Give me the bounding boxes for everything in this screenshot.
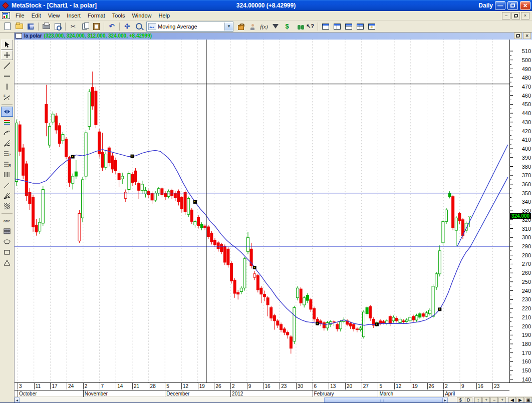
window-titlebar: MetaStock - [Chart1 - la polar] 324.0000… [0,0,532,11]
scrollbar-track[interactable] [20,397,443,403]
expert-advisor-button[interactable] [247,21,258,32]
gann-grid-tool[interactable] [1,201,13,211]
price-axis[interactable]: 5105004904804704604504404304204104003903… [509,40,532,382]
system-tester-button[interactable]: $ [282,21,293,32]
save-button[interactable] [25,21,36,32]
menu-item-format[interactable]: Format [84,12,109,20]
cascade-windows-button[interactable] [320,21,331,32]
zoom-out-button[interactable]: − [490,397,498,403]
scroll-arrows-tool[interactable] [1,107,13,117]
window-mode-button[interactable]: ▣ [524,397,532,403]
menu-bar: FileEditViewInsertFormatToolsWindowHelp … [0,11,532,21]
zoom-tool-button[interactable] [133,21,144,32]
moving-average-line[interactable] [15,149,471,325]
copy-button[interactable] [79,21,90,32]
svg-text:450: 450 [522,101,531,107]
menu-item-window[interactable]: Window [128,12,155,20]
date-axis[interactable]: 3111724271421285121926291623306132027512… [15,382,532,396]
menu-item-view[interactable]: View [45,12,64,20]
trendline-icon [3,62,11,70]
svg-text:290: 290 [522,243,531,249]
menu-item-insert[interactable]: Insert [63,12,84,20]
downloader-button[interactable] [235,21,246,32]
pan-button[interactable]: + [482,397,490,403]
fibonacci-timezones-tool[interactable] [1,170,13,180]
next-chart-button[interactable]: ▶ [516,397,524,403]
week-tick-label: 23 [492,383,509,389]
zoom-in-button[interactable]: + [498,397,506,403]
chart-restore-button[interactable] [514,33,522,39]
svg-text:210: 210 [522,314,531,320]
fibonacci-fan-tool[interactable] [1,138,13,148]
arrange-icons-button[interactable] [366,21,377,32]
week-tick-label: 16 [263,383,280,389]
fibonacci-projection-tool[interactable]: P [1,149,13,159]
prev-chart-button[interactable]: ◀ [508,397,516,403]
explorer-button[interactable] [293,21,304,32]
print-button[interactable] [41,21,52,32]
fibonacci-retracement-tool[interactable]: R [1,159,13,169]
gann-line-icon [3,181,11,189]
move-tool-button[interactable]: ✣ [122,21,133,32]
text-icon: abc [3,217,11,225]
svg-text:490: 490 [522,66,531,72]
menu-item-tools[interactable]: Tools [109,12,129,20]
candlestick-plot[interactable] [15,40,509,382]
close-button[interactable]: ✕ [520,1,530,10]
rectangle-tool[interactable] [1,247,13,257]
new-button[interactable] [2,21,13,32]
pointer-tool[interactable] [1,40,13,50]
gann-fan-tool[interactable] [1,191,13,201]
dropdown-arrow-icon[interactable]: ▼ [224,23,233,31]
fit-vertical-button[interactable]: ↕ [474,397,482,403]
indicator-builder-button[interactable]: f(x) [258,21,270,32]
child-minimize-button[interactable]: – [502,12,510,20]
svg-text:170: 170 [522,349,531,355]
child-restore-button[interactable] [511,12,520,20]
quote-grid-icon [3,227,11,235]
trendline-tool[interactable] [1,61,13,71]
enhanced-system-tester-button[interactable] [270,21,281,32]
print-preview-button[interactable] [52,21,63,32]
month-label: December [165,390,230,397]
tile-vertical-button[interactable] [332,21,343,32]
tile-horizontal-button[interactable] [343,21,354,32]
crosshair-tool[interactable] [1,50,13,60]
minimize-button[interactable]: — [495,1,505,10]
horizontal-line-tool[interactable] [1,71,13,81]
menu-item-edit[interactable]: Edit [28,12,45,20]
scroll-right-button[interactable]: ▸ [443,397,448,403]
child-close-button[interactable]: × [521,12,529,20]
tile-grid-button[interactable] [355,21,366,32]
week-tick-label: 17 [50,383,67,389]
svg-text:390: 390 [522,154,531,160]
gann-line-tool[interactable] [1,180,13,190]
data-window-button[interactable]: D [465,397,472,403]
open-button[interactable] [14,21,25,32]
equidistant-channel-tool[interactable] [1,117,13,127]
cut-button[interactable]: ✂ [68,21,79,32]
line-studies[interactable] [15,40,509,382]
svg-text:300: 300 [522,234,531,240]
fibonacci-arcs-tool[interactable] [1,128,13,138]
price-scale-button[interactable]: $ [457,397,464,403]
chart-close-button[interactable]: ✕ [523,33,531,39]
menu-item-help[interactable]: Help [155,12,174,20]
undo-button[interactable]: ↶ [106,21,117,32]
week-tick-label: 11 [34,383,51,389]
menu-item-file[interactable]: File [12,12,28,20]
quote-grid-tool[interactable] [1,226,13,236]
ellipse-tool[interactable] [1,237,13,247]
triangle-tool[interactable] [1,258,13,268]
context-help-button[interactable]: ↖? [305,21,316,32]
scroll-left-button[interactable]: ◂ [15,397,20,403]
vertical-line-tool[interactable] [1,82,13,92]
candles-layer [16,71,471,353]
restore-button[interactable] [507,1,518,10]
indicator-dropdown[interactable]: Moving Average ▼ [146,22,233,32]
gridlines [18,40,492,382]
scrollbar-thumb[interactable] [324,397,443,403]
semilog-trendline-tool[interactable]: SL [1,92,13,102]
paste-button[interactable] [91,21,102,32]
text-tool[interactable]: abc [1,216,13,226]
